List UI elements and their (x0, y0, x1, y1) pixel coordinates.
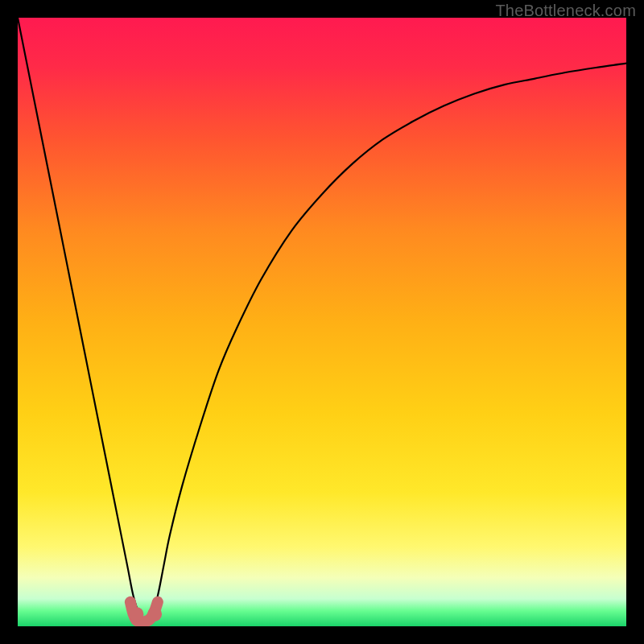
plot-svg (18, 18, 626, 626)
chart-frame: TheBottleneck.com (0, 0, 644, 644)
gradient-background (18, 18, 626, 626)
marker-dot (147, 607, 162, 621)
marker-dot (129, 607, 143, 621)
plot-area (18, 18, 626, 626)
